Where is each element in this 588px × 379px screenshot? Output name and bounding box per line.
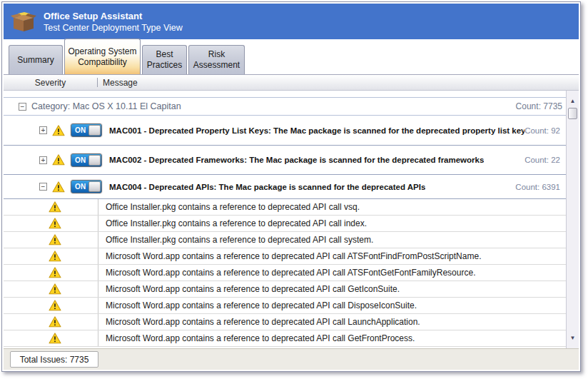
warning-icon — [49, 251, 61, 262]
rule-row-mac004[interactable]: − ON MAC004 - Deprecated APIs: The Mac p… — [4, 175, 566, 199]
rule-toggle[interactable]: ON — [71, 153, 102, 167]
warning-icon — [49, 316, 61, 328]
issue-message: Office Installer.pkg contains a referenc… — [98, 232, 566, 248]
issue-message: Microsoft Word.app contains a reference … — [98, 298, 566, 313]
warning-icon — [49, 218, 61, 229]
rule-row-mac001[interactable]: + ON MAC001 - Deprecated Property List K… — [4, 116, 566, 146]
toggle-on-label: ON — [75, 126, 86, 134]
column-divider — [97, 78, 98, 87]
warning-icon — [49, 201, 61, 213]
warning-icon — [49, 333, 61, 344]
toggle-on-label: ON — [75, 183, 86, 191]
issue-message: Office Installer.pkg contains a referenc… — [98, 199, 566, 215]
collapse-icon[interactable]: − — [39, 183, 47, 191]
issue-message: Microsoft Word.app contains a reference … — [98, 281, 566, 297]
rule-title: MAC004 - Deprecated APIs: The Mac packag… — [109, 183, 425, 191]
warning-icon — [49, 267, 61, 278]
scroll-up-button[interactable]: ▲ — [570, 97, 576, 106]
warning-icon — [52, 125, 65, 136]
warning-icon — [49, 300, 61, 311]
issue-message: Microsoft Word.app contains a reference … — [98, 314, 566, 330]
expand-icon[interactable]: + — [39, 126, 47, 134]
issue-row[interactable]: Microsoft Word.app contains a reference … — [4, 248, 566, 265]
rule-toggle[interactable]: ON — [71, 180, 102, 193]
issue-message: Microsoft Word.app contains a reference … — [98, 265, 566, 281]
total-issues-badge: Total Issues: 7735 — [10, 351, 98, 368]
app-title: Office Setup Assistant — [44, 10, 183, 22]
expand-icon[interactable]: + — [39, 156, 47, 164]
tab-risk-assessment[interactable]: Risk Assessment — [188, 45, 245, 74]
issue-row[interactable]: Office Installer.pkg contains a referenc… — [4, 216, 566, 232]
issue-row[interactable]: Microsoft Word.app contains a reference … — [4, 298, 566, 314]
warning-icon — [52, 154, 65, 166]
warning-icon — [49, 234, 61, 246]
issue-row[interactable]: Microsoft Word.app contains a reference … — [4, 281, 566, 298]
status-bar: Total Issues: 7735 — [4, 348, 579, 370]
column-header-row: Severity Message — [4, 75, 579, 91]
issue-row[interactable]: Office Installer.pkg contains a referenc… — [4, 232, 566, 248]
app-subtitle: Test Center Deployment Type View — [44, 22, 183, 34]
results-table: − Category: Mac OS X 10.11 El Capitan Co… — [4, 91, 579, 348]
issue-row[interactable]: Microsoft Word.app contains a reference … — [4, 265, 566, 281]
issue-message: Microsoft Word.app contains a reference … — [98, 330, 566, 346]
results-rows: − Category: Mac OS X 10.11 El Capitan Co… — [4, 91, 566, 348]
rule-title: MAC001 - Deprecated Property List Keys: … — [109, 126, 524, 135]
tab-bar: Summary Operating System Compatibility B… — [4, 39, 579, 75]
toggle-knob[interactable] — [88, 125, 101, 136]
rule-count: Count: 6391 — [515, 183, 560, 191]
message-column-header[interactable]: Message — [103, 78, 138, 88]
collapse-icon[interactable]: − — [19, 103, 26, 111]
toggle-knob[interactable] — [88, 155, 101, 166]
warning-icon — [52, 181, 65, 193]
tab-operating-system-compatibility[interactable]: Operating System Compatibility — [64, 39, 141, 74]
rule-title: MAC002 - Deprecated Frameworks: The Mac … — [109, 156, 484, 164]
app-window: Office Setup Assistant Test Center Deplo… — [1, 1, 581, 372]
issue-row[interactable]: Microsoft Word.app contains a reference … — [4, 330, 566, 347]
severity-column-header[interactable]: Severity — [4, 78, 97, 88]
titlebar-text: Office Setup Assistant Test Center Deplo… — [44, 10, 183, 34]
scrollbar-thumb[interactable] — [568, 108, 577, 119]
toggle-knob[interactable] — [88, 181, 101, 192]
category-label: Category: Mac OS X 10.11 El Capitan — [31, 101, 181, 111]
warning-icon — [49, 283, 61, 295]
vertical-scrollbar[interactable]: ▲ ▼ — [566, 91, 579, 348]
scroll-down-button[interactable]: ▼ — [570, 334, 576, 343]
issue-message: Office Installer.pkg contains a referenc… — [98, 216, 566, 231]
issue-row[interactable]: Microsoft Word.app contains a reference … — [4, 314, 566, 330]
toggle-on-label: ON — [75, 156, 86, 164]
rule-row-mac002[interactable]: + ON MAC002 - Deprecated Frameworks: The… — [4, 146, 566, 175]
category-count: Count: 7735 — [516, 101, 562, 111]
issue-row[interactable]: Office Installer.pkg contains a referenc… — [4, 199, 566, 216]
tab-summary[interactable]: Summary — [9, 45, 63, 74]
rule-count: Count: 92 — [524, 126, 560, 135]
rule-count: Count: 22 — [524, 156, 560, 164]
titlebar: Office Setup Assistant Test Center Deplo… — [4, 4, 579, 39]
issue-message: Microsoft Word.app contains a reference … — [98, 248, 566, 264]
tab-best-practices[interactable]: Best Practices — [142, 45, 187, 74]
rule-toggle[interactable]: ON — [71, 123, 102, 137]
category-row[interactable]: − Category: Mac OS X 10.11 El Capitan Co… — [4, 97, 566, 116]
package-box-icon — [11, 10, 36, 33]
